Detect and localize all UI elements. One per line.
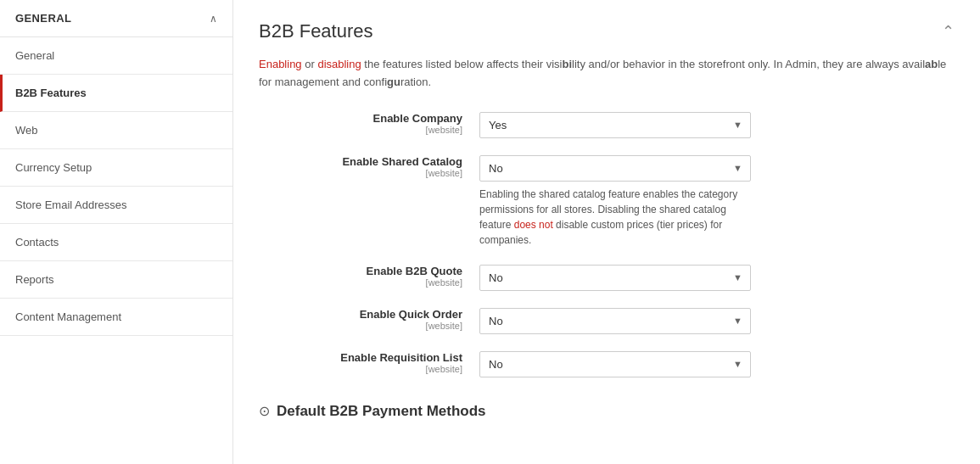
- control-group-enable-quick-order: YesNo▼: [479, 308, 955, 334]
- sidebar-item-general[interactable]: General: [0, 37, 232, 75]
- sidebar-item-currency-setup[interactable]: Currency Setup: [0, 149, 232, 187]
- section-header: B2B Features ⌃: [259, 20, 955, 42]
- label-enable-quick-order: Enable Quick Order: [259, 308, 462, 321]
- control-group-enable-company: YesNo▼: [479, 112, 955, 138]
- label-enable-b2b-quote: Enable B2B Quote: [259, 265, 462, 277]
- payment-section-collapse-icon[interactable]: ⊙: [259, 403, 270, 419]
- chevron-up-icon: ∧: [210, 13, 217, 25]
- control-group-enable-b2b-quote: YesNo▼: [479, 265, 955, 291]
- form-rows: Enable Company[website]YesNo▼Enable Shar…: [259, 112, 955, 377]
- sidebar-item-web[interactable]: Web: [0, 112, 232, 149]
- page-title: B2B Features: [259, 20, 373, 42]
- main-content: B2B Features ⌃ Enabling or disabling the…: [233, 0, 980, 464]
- sidebar-item-reports[interactable]: Reports: [0, 261, 232, 299]
- form-row-enable-company: Enable Company[website]YesNo▼: [259, 112, 955, 138]
- sub-label-enable-quick-order: [website]: [259, 321, 462, 331]
- form-row-enable-shared-catalog: Enable Shared Catalog[website]YesNo▼Enab…: [259, 155, 955, 248]
- label-enable-company: Enable Company: [259, 112, 462, 125]
- select-wrapper-enable-company: YesNo▼: [479, 112, 751, 138]
- sidebar: GENERAL ∧ GeneralB2B FeaturesWebCurrency…: [0, 0, 233, 464]
- info-text-bold3: gu: [387, 75, 400, 88]
- select-enable-shared-catalog[interactable]: YesNo: [479, 155, 751, 182]
- label-group-enable-quick-order: Enable Quick Order[website]: [259, 308, 479, 331]
- payment-section-title: Default B2B Payment Methods: [277, 403, 486, 420]
- sub-label-enable-b2b-quote: [website]: [259, 277, 462, 288]
- label-group-enable-requisition-list: Enable Requisition List[website]: [259, 351, 479, 374]
- label-enable-shared-catalog: Enable Shared Catalog: [259, 155, 462, 168]
- sidebar-item-b2b-features[interactable]: B2B Features: [0, 75, 232, 112]
- select-wrapper-enable-requisition-list: YesNo▼: [479, 351, 751, 377]
- select-enable-company[interactable]: YesNo: [479, 112, 751, 138]
- form-row-enable-b2b-quote: Enable B2B Quote[website]YesNo▼: [259, 265, 955, 291]
- sidebar-section-title: GENERAL: [15, 12, 71, 25]
- label-group-enable-b2b-quote: Enable B2B Quote[website]: [259, 265, 479, 288]
- select-wrapper-enable-b2b-quote: YesNo▼: [479, 265, 751, 291]
- hint-highlight: does not: [514, 219, 553, 231]
- collapse-icon[interactable]: ⌃: [942, 22, 955, 41]
- sidebar-item-content-management[interactable]: Content Management: [0, 299, 232, 336]
- sidebar-item-store-email-addresses[interactable]: Store Email Addresses: [0, 187, 232, 224]
- sub-label-enable-requisition-list: [website]: [259, 364, 462, 374]
- select-wrapper-enable-quick-order: YesNo▼: [479, 308, 751, 334]
- control-group-enable-shared-catalog: YesNo▼Enabling the shared catalog featur…: [479, 155, 955, 248]
- sidebar-header[interactable]: GENERAL ∧: [0, 0, 232, 37]
- sidebar-item-contacts[interactable]: Contacts: [0, 224, 232, 261]
- payment-section-header: ⊙ Default B2B Payment Methods: [259, 394, 955, 420]
- info-text: Enabling or disabling the features liste…: [259, 56, 955, 92]
- sub-label-enable-shared-catalog: [website]: [259, 168, 462, 178]
- highlight-disabling: disabling: [317, 58, 361, 70]
- select-enable-b2b-quote[interactable]: YesNo: [479, 265, 751, 291]
- label-group-enable-shared-catalog: Enable Shared Catalog[website]: [259, 155, 479, 178]
- select-wrapper-enable-shared-catalog: YesNo▼: [479, 155, 751, 182]
- form-row-enable-quick-order: Enable Quick Order[website]YesNo▼: [259, 308, 955, 334]
- label-group-enable-company: Enable Company[website]: [259, 112, 479, 135]
- select-enable-requisition-list[interactable]: YesNo: [479, 351, 751, 377]
- info-text-bold2: ab: [925, 58, 938, 70]
- form-row-enable-requisition-list: Enable Requisition List[website]YesNo▼: [259, 351, 955, 377]
- sidebar-items: GeneralB2B FeaturesWebCurrency SetupStor…: [0, 37, 232, 336]
- info-text-bold: bi: [563, 58, 573, 70]
- highlight-enabling: Enabling: [259, 58, 302, 70]
- control-group-enable-requisition-list: YesNo▼: [479, 351, 955, 377]
- sub-label-enable-company: [website]: [259, 125, 462, 135]
- hint-enable-shared-catalog: Enabling the shared catalog feature enab…: [479, 187, 751, 248]
- label-enable-requisition-list: Enable Requisition List: [259, 351, 462, 364]
- select-enable-quick-order[interactable]: YesNo: [479, 308, 751, 334]
